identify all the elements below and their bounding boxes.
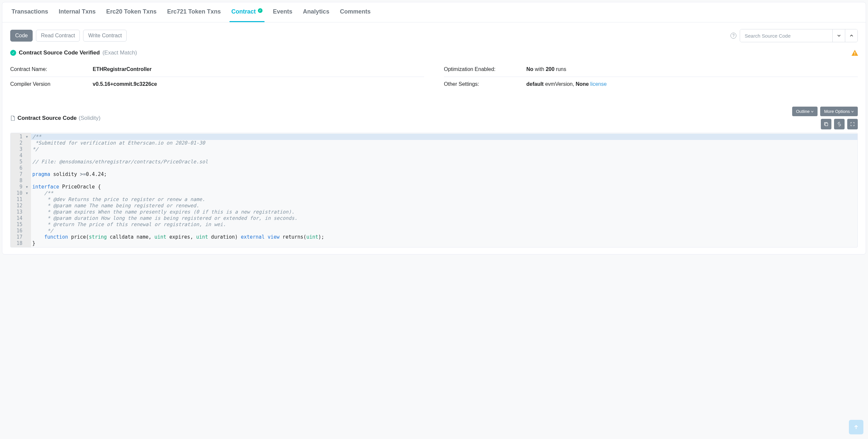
code-l17a — [32, 234, 44, 240]
optimization-runs: 200 — [546, 66, 555, 72]
code-l17g: expires, — [166, 234, 196, 240]
tab-analytics[interactable]: Analytics — [301, 2, 332, 22]
svg-rect-0 — [855, 52, 855, 54]
verified-left: ✓ Contract Source Code Verified (Exact M… — [10, 50, 137, 56]
code-l9b: PriceOracle — [59, 184, 98, 190]
code-editor[interactable]: 1 ▾ 2 3 4 5 6 7 8 9 ▾ 10 ▾ 11 12 13 14 1… — [10, 133, 858, 247]
other-default: default — [526, 81, 544, 87]
search-prev-button[interactable] — [845, 29, 858, 42]
info-row-compiler: Compiler Version v0.5.16+commit.9c3226ce — [10, 77, 424, 91]
code-l9c: { — [98, 184, 101, 190]
code-line-3: */ — [32, 146, 38, 152]
verified-check-icon: ✓ — [258, 8, 262, 13]
source-header: Contract Source Code (Solidity) Outline … — [10, 107, 858, 129]
info-row-other-settings: Other Settings: default evmVersion, None… — [444, 77, 858, 91]
copy-button[interactable] — [821, 119, 831, 129]
source-subtitle: (Solidity) — [79, 115, 100, 121]
search-group: ? — [731, 29, 858, 42]
code-l17f: uint — [154, 234, 166, 240]
code-line-14: * @param duration How long the name is b… — [32, 215, 298, 221]
contract-name-value: ETHRegistrarController — [93, 66, 152, 72]
code-line-18: } — [32, 240, 35, 246]
other-evm: evmVersion, — [544, 81, 576, 87]
code-l17e: calldata name, — [107, 234, 155, 240]
search-source-input[interactable] — [740, 29, 832, 42]
more-options-label: More Options — [824, 109, 850, 114]
code-line-16: */ — [32, 228, 53, 234]
optimization-prefix: No — [526, 66, 533, 72]
license-link[interactable]: license — [590, 81, 607, 87]
subtab-read-contract[interactable]: Read Contract — [36, 30, 80, 41]
code-line-5: // File: @ensdomains/ethregistrar/contra… — [32, 159, 208, 165]
code-l7c: >= — [80, 171, 86, 177]
code-line-2: *Submitted for verification at Etherscan… — [32, 140, 205, 146]
permalink-button[interactable] — [834, 119, 845, 129]
optimization-mid: with — [533, 66, 546, 72]
code-line-10: /** — [32, 190, 53, 196]
tab-contract-label: Contract — [231, 8, 256, 15]
outline-label: Outline — [796, 109, 810, 114]
tab-bar: Transactions Internal Txns Erc20 Token T… — [2, 2, 866, 23]
expand-icon — [850, 122, 855, 126]
search-wrap — [740, 29, 858, 42]
action-row-bottom — [821, 119, 858, 129]
code-line-12: * @param name The name being registered … — [32, 203, 199, 209]
code-l17j: external — [241, 234, 265, 240]
chevron-up-icon — [850, 34, 853, 37]
code-l17m: returns( — [280, 234, 306, 240]
other-none: None — [576, 81, 589, 87]
code-l7e: ; — [104, 171, 107, 177]
tab-contract[interactable]: Contract ✓ — [229, 2, 265, 22]
code-line-15: * @return The price of this renewal or r… — [32, 222, 226, 227]
code-l9a: interface — [32, 184, 59, 190]
code-line-11: * @dev Returns the price to register or … — [32, 196, 205, 202]
chevron-down-icon — [837, 34, 841, 37]
content-card: Transactions Internal Txns Erc20 Token T… — [2, 2, 866, 255]
code-body: /** *Submitted for verification at Ether… — [31, 133, 858, 247]
copy-icon — [824, 122, 829, 126]
contract-panel: Code Read Contract Write Contract ? — [2, 23, 866, 254]
source-actions: Outline More Options — [792, 107, 858, 129]
more-options-button[interactable]: More Options — [820, 107, 858, 116]
caret-down-icon — [851, 110, 854, 113]
subtab-row: Code Read Contract Write Contract ? — [10, 29, 858, 42]
code-l7a: pragma — [32, 171, 50, 177]
code-gutter: 1 ▾ 2 3 4 5 6 7 8 9 ▾ 10 ▾ 11 12 13 14 1… — [10, 133, 31, 247]
tab-erc20-token-txns[interactable]: Erc20 Token Txns — [104, 2, 159, 22]
tab-erc721-token-txns[interactable]: Erc721 Token Txns — [165, 2, 223, 22]
code-l17h: uint — [196, 234, 208, 240]
tab-events[interactable]: Events — [271, 2, 294, 22]
tab-comments[interactable]: Comments — [338, 2, 373, 22]
contract-name-label: Contract Name: — [10, 66, 93, 72]
code-line-13: * @param expires When the name presently… — [32, 209, 294, 215]
subtab-group: Code Read Contract Write Contract — [10, 30, 127, 41]
code-l17o: ); — [318, 234, 324, 240]
caret-down-icon — [811, 110, 814, 113]
code-line-1: /** — [31, 134, 858, 140]
svg-rect-1 — [855, 55, 855, 55]
verified-row: ✓ Contract Source Code Verified (Exact M… — [10, 50, 858, 56]
subtab-write-contract[interactable]: Write Contract — [83, 30, 127, 41]
search-next-button[interactable] — [832, 29, 845, 42]
verified-subtitle: (Exact Match) — [102, 50, 137, 56]
warning-icon[interactable] — [851, 50, 858, 56]
tab-transactions[interactable]: Transactions — [9, 2, 50, 22]
help-icon[interactable]: ? — [731, 33, 736, 39]
verified-title: Contract Source Code Verified — [19, 50, 100, 56]
compiler-value: v0.5.16+commit.9c3226ce — [93, 81, 157, 87]
check-circle-icon: ✓ — [10, 50, 16, 56]
tab-internal-txns[interactable]: Internal Txns — [57, 2, 98, 22]
code-l17i: duration) — [208, 234, 241, 240]
link-icon — [837, 122, 842, 126]
svg-rect-3 — [825, 123, 828, 126]
file-icon — [10, 116, 16, 121]
outline-button[interactable]: Outline — [792, 107, 817, 116]
code-l17b: function — [44, 234, 68, 240]
other-settings-label: Other Settings: — [444, 81, 526, 87]
fullscreen-button[interactable] — [847, 119, 858, 129]
code-l17d: string — [89, 234, 107, 240]
other-settings-value: default evmVersion, None license — [526, 81, 858, 87]
info-col-left: Contract Name: ETHRegistrarController Co… — [10, 62, 424, 91]
subtab-code[interactable]: Code — [10, 30, 33, 41]
compiler-label: Compiler Version — [10, 81, 93, 87]
